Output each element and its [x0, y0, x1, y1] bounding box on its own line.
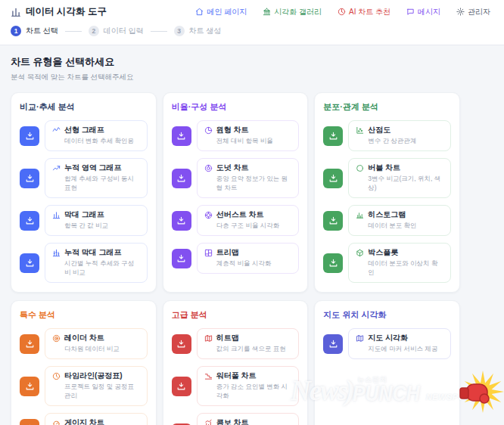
- download-button[interactable]: [172, 334, 191, 354]
- app-header: 데이터 시각화 도구 메인 페이지시각화 갤러리AI 차트 추천메시지관리자: [0, 0, 504, 20]
- chart-item-desc: 항목 간 값 비교: [64, 222, 140, 231]
- gauge-icon: [52, 419, 61, 425]
- chart-item-card[interactable]: 콤보 차트서로 다른 유형 데이터 동시 비교: [197, 413, 300, 425]
- chart-item-head: 레이더 차트: [52, 333, 140, 343]
- step-number: 2: [89, 26, 99, 36]
- chart-item-desc: 중앙 요약 정보가 있는 원형 차트: [216, 175, 292, 193]
- chart-item-card[interactable]: 선버스트 차트다층 구조 비율 시각화: [197, 205, 300, 236]
- chart-item-name: 원형 차트: [216, 125, 249, 135]
- download-button[interactable]: [172, 126, 191, 146]
- category-title: 고급 분석: [172, 309, 300, 321]
- download-button[interactable]: [20, 377, 39, 396]
- download-button[interactable]: [323, 169, 343, 188]
- download-icon: [176, 216, 186, 225]
- step-1[interactable]: 1차트 선택: [11, 26, 58, 36]
- chart-item-card[interactable]: 누적 영역 그래프합계 추세와 구성비 동시 표현: [45, 158, 148, 198]
- chart-item-head: 워터폴 차트: [204, 371, 292, 381]
- chart-item-card[interactable]: 막대 그래프항목 간 값 비교: [45, 205, 148, 236]
- download-button[interactable]: [20, 169, 39, 188]
- chart-item-row: 선버스트 차트다층 구조 비율 시각화: [172, 205, 300, 236]
- chart-item-card[interactable]: 선형 그래프데이터 변화 추세 확인용: [45, 120, 148, 151]
- chart-item-name: 지도 시각화: [368, 333, 408, 343]
- area-chart-icon: [52, 164, 61, 172]
- chart-item-card[interactable]: 트리맵계층적 비율 시각화: [197, 243, 300, 274]
- category-card-ratio-composition: 비율·구성 분석원형 차트전체 대비 항목 비율도넛 차트중앙 요약 정보가 있…: [163, 92, 309, 293]
- chart-item-name: 레이더 차트: [64, 333, 104, 343]
- chart-item-head: 히트맵: [204, 333, 292, 343]
- combo-icon: [204, 419, 213, 425]
- category-card-map-location: 지도 위치 시각화지도 시각화지도에 마커 서비스 제공: [314, 300, 460, 425]
- gear-icon: [456, 8, 465, 16]
- chart-category-grid: 비교·추세 분석선형 그래프데이터 변화 추세 확인용누적 영역 그래프합계 추…: [11, 92, 460, 425]
- download-button[interactable]: [20, 126, 39, 146]
- page-title: 차트 유형을 선택하세요: [11, 55, 460, 69]
- chart-item-card[interactable]: 버블 차트3변수 비교(크기, 위치, 색상): [348, 158, 451, 198]
- chart-item-card[interactable]: 워터폴 차트증가 감소 요인별 변화 시각화: [197, 366, 300, 406]
- chart-item-name: 박스플롯: [368, 247, 398, 258]
- chart-item-card[interactable]: 지도 시각화지도에 마커 서비스 제공: [348, 328, 451, 359]
- chart-item-row: 버블 차트3변수 비교(크기, 위치, 색상): [323, 158, 451, 198]
- step-2[interactable]: 2데이터 입력: [89, 26, 144, 36]
- chart-item-head: 트리맵: [204, 247, 292, 258]
- chart-item-card[interactable]: 도넛 차트중앙 요약 정보가 있는 원형 차트: [197, 158, 300, 198]
- stacked-bar-icon: [52, 249, 61, 257]
- chart-item-head: 도넛 차트: [204, 163, 292, 173]
- download-button[interactable]: [20, 334, 39, 354]
- download-button[interactable]: [323, 211, 343, 231]
- chart-item-row: 산점도변수 간 상관관계: [323, 120, 451, 151]
- chart-item-card[interactable]: 레이더 차트다차원 데이터 비교: [45, 328, 148, 359]
- chart-item-card[interactable]: 산점도변수 간 상관관계: [348, 120, 451, 151]
- download-icon: [328, 216, 338, 225]
- download-button[interactable]: [172, 169, 191, 188]
- download-button[interactable]: [20, 253, 39, 273]
- nav-item-label: 관리자: [468, 7, 490, 17]
- chart-item-desc: 합계 추세와 구성비 동시 표현: [64, 175, 140, 193]
- top-nav: 메인 페이지시각화 갤러리AI 차트 추천메시지관리자: [195, 7, 490, 17]
- download-button[interactable]: [172, 211, 191, 231]
- chart-item-card[interactable]: 히트맵값의 크기를 색으로 표현: [197, 328, 300, 359]
- nav-item-gallery[interactable]: 시각화 갤러리: [263, 7, 322, 17]
- chart-item-card[interactable]: 타임라인(공정표)프로젝트 일정 및 공정표 관리: [45, 366, 148, 406]
- download-button[interactable]: [20, 419, 39, 425]
- download-icon: [25, 381, 35, 391]
- chart-logo-icon: [11, 7, 21, 17]
- nav-item-admin[interactable]: 관리자: [456, 7, 490, 17]
- nav-item-main-page[interactable]: 메인 페이지: [195, 7, 247, 17]
- chart-item-card[interactable]: 히스토그램데이터 분포 확인: [348, 205, 451, 236]
- download-button[interactable]: [172, 377, 191, 396]
- download-button[interactable]: [323, 253, 343, 273]
- nav-item-ai-recommend[interactable]: AI 차트 추천: [338, 7, 390, 17]
- download-icon: [176, 131, 186, 141]
- step-label: 차트 선택: [26, 26, 58, 36]
- download-button[interactable]: [323, 334, 343, 354]
- chart-item-desc: 3변수 비교(크기, 위치, 색상): [368, 175, 443, 193]
- chart-item-desc: 데이터 분포 확인: [368, 222, 443, 231]
- download-button[interactable]: [172, 249, 191, 268]
- nav-item-messages[interactable]: 메시지: [406, 7, 440, 17]
- chart-item-desc: 증가 감소 요인별 변화 시각화: [216, 383, 292, 401]
- download-button[interactable]: [323, 126, 343, 146]
- nav-item-label: 메시지: [418, 7, 440, 17]
- chart-item-card[interactable]: 원형 차트전체 대비 항목 비율: [197, 120, 300, 151]
- chart-item-card[interactable]: 누적 막대 그래프시간별 누적 추세와 구성비 비교: [45, 243, 148, 283]
- category-card-special: 특수 분석레이더 차트다차원 데이터 비교타임라인(공정표)프로젝트 일정 및 …: [11, 300, 157, 425]
- download-button[interactable]: [20, 211, 39, 231]
- sunburst-icon: [204, 211, 213, 219]
- chart-item-row: 선형 그래프데이터 변화 추세 확인용: [20, 120, 148, 151]
- chart-item-name: 트리맵: [216, 247, 239, 258]
- download-icon: [176, 381, 186, 391]
- chart-item-desc: 지도에 마커 서비스 제공: [368, 345, 443, 354]
- download-icon: [328, 339, 338, 349]
- chart-item-card[interactable]: 박스플롯데이터 분포와 이상치 확인: [348, 243, 451, 283]
- chart-item-row: 누적 막대 그래프시간별 누적 추세와 구성비 비교: [20, 243, 148, 283]
- nav-item-label: 메인 페이지: [207, 7, 247, 17]
- chart-item-name: 히트맵: [216, 333, 239, 343]
- chart-item-row: 원형 차트전체 대비 항목 비율: [172, 120, 300, 151]
- step-3[interactable]: 3차트 생성: [174, 26, 222, 36]
- chart-item-head: 콤보 차트: [204, 417, 292, 425]
- chart-item-name: 선형 그래프: [64, 125, 104, 135]
- ai-chart-icon: [338, 8, 346, 16]
- chart-item-card[interactable]: 게이지 차트KPI, 목표 달성률: [45, 413, 148, 425]
- chart-item-desc: 다차원 데이터 비교: [64, 345, 140, 354]
- chart-item-desc: 전체 대비 항목 비율: [216, 137, 292, 146]
